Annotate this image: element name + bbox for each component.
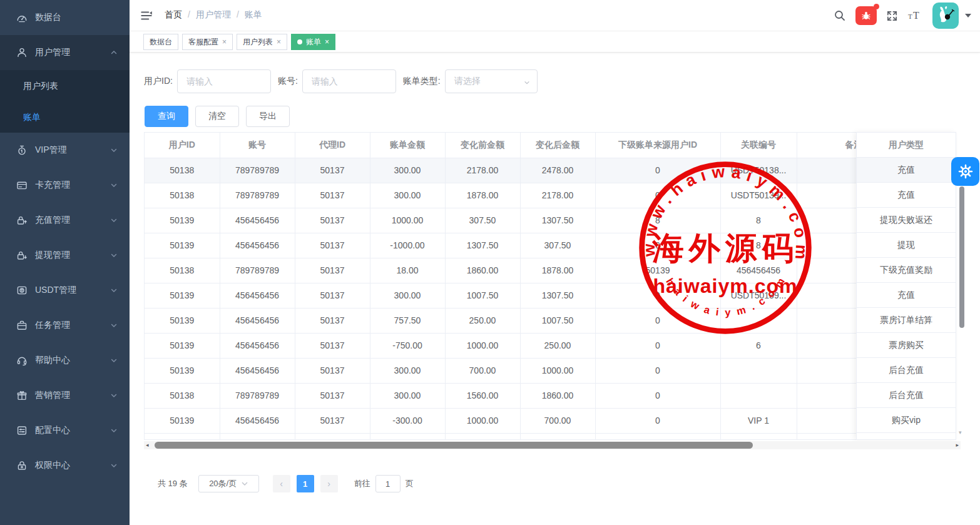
sidebar-item-permission-center[interactable]: 权限中心 — [0, 448, 130, 483]
table-cell: 0 — [595, 233, 720, 258]
bug-report-button[interactable] — [855, 6, 877, 25]
table-cell: 789789789 — [220, 183, 295, 208]
sidebar-item-task-management[interactable]: 任务管理 — [0, 308, 130, 343]
sidebar-item-user-management[interactable]: 用户管理 — [0, 35, 130, 70]
current-page-button[interactable]: 1 — [297, 475, 314, 492]
horizontal-scrollbar[interactable]: ◂ ▸ — [144, 441, 961, 449]
scroll-right-arrow-icon[interactable]: ▸ — [956, 441, 959, 449]
table-cell: 757.50 — [370, 308, 445, 333]
sidebar-subitem-bills[interactable]: 账单 — [0, 101, 130, 133]
tab-用户列表[interactable]: 用户列表× — [237, 34, 287, 50]
breadcrumb-item[interactable]: 首页 — [165, 9, 182, 19]
scroll-left-arrow-icon[interactable]: ◂ — [146, 441, 149, 449]
table-row[interactable]: 5013945645645650137300.00700.001000.000 — [145, 358, 956, 383]
export-button[interactable]: 导出 — [246, 106, 290, 127]
column-header: 下级账单来源用户ID — [595, 133, 720, 158]
user-type-cell: 充值 — [857, 183, 956, 208]
table-cell: 50138 — [145, 183, 220, 208]
search-icon[interactable] — [834, 9, 846, 22]
table-cell: 456456456 — [220, 283, 295, 308]
sidebar-item-usdt-management[interactable]: USDT管理 — [0, 273, 130, 308]
table-cell: 456456456 — [220, 233, 295, 258]
breadcrumb-item[interactable]: 用户管理 — [196, 9, 231, 19]
chevron-down-icon — [242, 482, 248, 486]
table-cell: 1307.50 — [445, 233, 520, 258]
active-tab-dot — [297, 39, 302, 44]
page-size-select[interactable]: 20条/页 — [198, 475, 259, 492]
horizontal-scrollbar-thumb[interactable] — [155, 442, 753, 449]
sidebar-item-dashboard[interactable]: 数据台 — [0, 0, 130, 35]
fullscreen-icon[interactable] — [886, 10, 898, 22]
sidebar: 数据台用户管理用户列表账单VIP管理卡充管理充值管理提现管理USDT管理任务管理… — [0, 0, 130, 525]
action-buttons: 查询清空导出 — [145, 106, 290, 127]
sidebar-item-label: 卡充管理 — [35, 180, 110, 191]
tab-账单[interactable]: 账单× — [291, 34, 335, 50]
table-cell-empty — [145, 433, 220, 440]
table-cell: 1307.50 — [520, 283, 595, 308]
table-row[interactable]: 5013945645645650137757.50250.001007.500 — [145, 308, 956, 333]
table-cell: 1860.00 — [445, 258, 520, 283]
topbar: 首页/用户管理/账单 — [130, 0, 980, 31]
table-row[interactable]: 5013878978978950137300.001878.002178.000… — [145, 183, 956, 208]
sidebar-item-config-center[interactable]: 配置中心 — [0, 413, 130, 448]
prev-page-button[interactable]: ‹ — [273, 475, 290, 492]
tab-close-icon[interactable]: × — [222, 38, 227, 46]
tab-数据台[interactable]: 数据台 — [143, 34, 178, 50]
bill-type-select[interactable]: 请选择 — [445, 69, 538, 93]
settings-gear-button[interactable] — [951, 157, 979, 186]
user-type-cell: 购买vip — [857, 408, 956, 433]
table-row[interactable]: 5013878978978950137300.002178.002478.000… — [145, 158, 956, 183]
table-cell-empty — [295, 433, 370, 440]
sidebar-item-recharge-management[interactable]: 充值管理 — [0, 203, 130, 238]
table-row[interactable]: 5013945645645650137-300.001000.00700.000… — [145, 408, 956, 433]
search-button[interactable]: 查询 — [145, 106, 188, 127]
sidebar-item-card-recharge-management[interactable]: 卡充管理 — [0, 168, 130, 203]
sidebar-item-withdraw-management[interactable]: 提现管理 — [0, 238, 130, 273]
table-cell: 8 — [720, 208, 797, 233]
table-cell: 50138 — [145, 258, 220, 283]
tab-label: 客服配置 — [188, 37, 218, 48]
user-type-cell: 票房订单结算 — [857, 308, 956, 333]
avatar[interactable] — [932, 3, 959, 29]
clear-button[interactable]: 清空 — [195, 106, 239, 127]
goto-page-input[interactable] — [375, 475, 401, 492]
chevron-down-icon — [110, 356, 118, 365]
next-page-button[interactable]: › — [320, 475, 338, 492]
table-cell: 1000.00 — [520, 358, 595, 383]
sidebar-item-vip-management[interactable]: VIP管理 — [0, 133, 130, 168]
table-cell: 300.00 — [370, 158, 445, 183]
table-cell: 0 — [595, 283, 720, 308]
font-size-icon[interactable]: TT — [907, 9, 924, 22]
table-cell: 1878.00 — [445, 183, 520, 208]
vertical-scrollbar-thumb[interactable] — [959, 186, 964, 328]
table-cell: 0 — [595, 383, 720, 408]
table-row[interactable]: 5013945645645650137-1000.001307.50307.50… — [145, 233, 956, 258]
tab-close-icon[interactable]: × — [277, 38, 281, 46]
table-cell: 0 — [595, 158, 720, 183]
breadcrumb-separator: / — [188, 9, 190, 19]
permission-icon — [16, 460, 28, 471]
app-root: 数据台用户管理用户列表账单VIP管理卡充管理充值管理提现管理USDT管理任务管理… — [0, 0, 980, 525]
table-row[interactable]: 501387897897895013718.001860.001878.0050… — [145, 258, 956, 283]
table-cell: -750.00 — [370, 333, 445, 358]
collapse-sidebar-icon[interactable] — [140, 9, 153, 23]
sidebar-item-label: VIP管理 — [35, 145, 110, 156]
tab-close-icon[interactable]: × — [325, 38, 329, 46]
scroll-down-arrow-icon[interactable]: ▾ — [959, 429, 962, 436]
user-id-input[interactable] — [177, 69, 271, 93]
table-cell: 456456456 — [220, 358, 295, 383]
sidebar-subitem-user-list[interactable]: 用户列表 — [0, 70, 130, 101]
sidebar-item-help-center[interactable]: 帮助中心 — [0, 343, 130, 378]
chevron-down-icon[interactable] — [965, 14, 971, 18]
user-type-cell: 后台充值 — [857, 383, 956, 408]
table-row[interactable]: 5013945645645650137300.001007.501307.500… — [145, 283, 956, 308]
table-cell: 0 — [595, 183, 720, 208]
sidebar-item-marketing-management[interactable]: 营销管理 — [0, 378, 130, 413]
table-row[interactable]: 5013945645645650137-750.001000.00250.000… — [145, 333, 956, 358]
table-cell: USDT50138... — [720, 158, 797, 183]
table-row[interactable]: 50139456456456501371000.00307.501307.508… — [145, 208, 956, 233]
account-input[interactable] — [302, 69, 396, 93]
tab-客服配置[interactable]: 客服配置× — [182, 34, 233, 50]
sidebar-group-card-recharge-management: 卡充管理 — [0, 168, 130, 203]
table-row[interactable]: 5013878978978950137300.001560.001860.000 — [145, 383, 956, 408]
